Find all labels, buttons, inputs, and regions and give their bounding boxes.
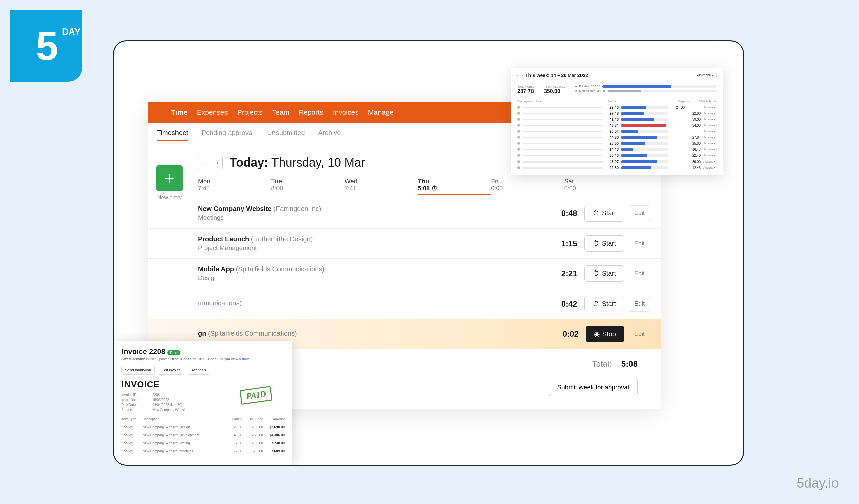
nav-manage[interactable]: Manage xyxy=(368,108,394,116)
hours-value: 22.80 xyxy=(605,166,619,170)
add-entry-button[interactable]: + xyxy=(156,165,183,191)
edit-button[interactable]: Edit xyxy=(628,205,651,221)
hours-bar xyxy=(621,130,668,133)
edit-button[interactable]: Edit xyxy=(628,236,651,251)
row-actions-menu[interactable]: Actions ▾ xyxy=(703,154,717,157)
invoice-actions-menu[interactable]: Actions ▾ xyxy=(187,366,210,375)
start-button[interactable]: ⏱Start xyxy=(584,235,624,252)
screenshot-frame: Time Expenses Projects Team Reports Invo… xyxy=(113,40,744,466)
prev-week-button[interactable]: ‹ xyxy=(517,73,519,78)
team-capacity-value: 350.00 xyxy=(544,89,566,95)
day-mon[interactable]: Mon7:45 xyxy=(198,178,271,195)
meta-label: Subject xyxy=(121,408,148,412)
entry-duration: 2:21 xyxy=(547,269,577,279)
nav-time[interactable]: Time xyxy=(171,108,187,116)
week-label: This week: 14 – 20 Mar 2022 xyxy=(526,73,588,78)
employee-name-placeholder xyxy=(523,149,603,151)
edit-button[interactable]: Edit xyxy=(628,326,651,342)
row-actions-menu[interactable]: Actions ▾ xyxy=(703,160,717,163)
day-thu[interactable]: Thu5:08 ⏱ xyxy=(418,178,491,195)
edit-button[interactable]: Edit xyxy=(628,266,651,282)
invoice-line: ServiceNew Company Website: Meetings12.0… xyxy=(121,447,285,455)
row-actions-menu[interactable]: Actions ▾ xyxy=(703,130,717,133)
send-thankyou-button[interactable]: Send thank-you xyxy=(121,366,155,375)
report-menu-button[interactable]: Sub-menu ▾ xyxy=(693,72,717,78)
clock-icon: ⏱ xyxy=(432,185,438,192)
edit-invoice-button[interactable]: Edit invoice xyxy=(158,366,184,375)
row-actions-menu[interactable]: Actions ▾ xyxy=(703,124,717,127)
entry-duration: 0:42 xyxy=(547,299,577,309)
clock-icon: ⏱ xyxy=(592,300,599,308)
avatar-icon xyxy=(517,154,520,157)
employee-row: 27.48 22.00 Actions ▾ xyxy=(517,110,717,116)
employee-row: 22.80 12.45 Actions ▾ xyxy=(517,164,717,171)
stop-button[interactable]: ◉Stop xyxy=(586,326,624,343)
day-sat[interactable]: Sat0:00 xyxy=(564,178,637,195)
billable-value: 16.47 xyxy=(687,148,700,152)
employee-name-placeholder xyxy=(523,155,603,157)
logo-day: DAY xyxy=(62,27,80,37)
row-actions-menu[interactable]: Actions ▾ xyxy=(703,106,717,109)
start-button[interactable]: ⏱Start xyxy=(584,205,624,221)
clock-icon: ⏱ xyxy=(592,240,599,247)
capacity-value: 24.00 xyxy=(671,106,684,109)
avatar-icon xyxy=(517,130,520,133)
hours-value: 14.43 xyxy=(605,147,619,152)
employee-name-placeholder xyxy=(523,107,603,108)
hours-bar xyxy=(621,124,668,127)
day-fri[interactable]: Fri0:00 xyxy=(491,178,564,195)
hours-value: 28.50 xyxy=(605,141,619,145)
nav-projects[interactable]: Projects xyxy=(237,108,263,116)
avatar-icon xyxy=(517,160,520,163)
today-label: Today: xyxy=(229,156,268,169)
time-entry: Product Launch (Rotherhithe Design)Proje… xyxy=(148,228,661,258)
subnav-archive[interactable]: Archive xyxy=(318,129,341,141)
time-entry: New Company Website (Farringdon Inc)Meet… xyxy=(148,198,661,228)
start-button[interactable]: ⏱Start xyxy=(584,296,624,312)
row-actions-menu[interactable]: Actions ▾ xyxy=(703,112,717,115)
employee-table: Employees (10) ▾HoursCapacityBillable ho… xyxy=(517,98,717,171)
avatar-icon xyxy=(517,142,520,145)
avatar-icon xyxy=(517,136,520,139)
invoice-line: ServiceNew Company Website: Development4… xyxy=(121,431,285,439)
hours-bar xyxy=(621,148,668,151)
subnav-timesheet[interactable]: Timesheet xyxy=(157,129,188,141)
submit-week-button[interactable]: Submit week for approval xyxy=(549,379,637,396)
subnav-unsubmitted[interactable]: Unsubmitted xyxy=(267,129,305,141)
hours-bar xyxy=(621,160,668,163)
nav-team[interactable]: Team xyxy=(272,108,289,116)
avatar-icon xyxy=(517,148,520,151)
meta-value: 14/04/2022 (Net 30) xyxy=(152,403,285,407)
employee-name-placeholder xyxy=(523,161,603,162)
total-label: Total: xyxy=(592,359,612,368)
nav-reports[interactable]: Reports xyxy=(299,108,323,116)
employee-row: 41.43 39.00 Actions ▾ xyxy=(517,116,717,122)
employee-row: 28.50 25.80 Actions ▾ xyxy=(517,140,717,146)
row-actions-menu[interactable]: Actions ▾ xyxy=(703,117,717,121)
billable-value: 22.40 xyxy=(687,154,700,157)
nav-invoices[interactable]: Invoices xyxy=(333,108,359,116)
meta-label: Issue Date xyxy=(121,398,148,402)
day-tue[interactable]: Tue8:00 xyxy=(271,178,344,195)
view-history-link[interactable]: View history xyxy=(230,357,248,361)
row-actions-menu[interactable]: Actions ▾ xyxy=(703,148,717,151)
row-actions-menu[interactable]: Actions ▾ xyxy=(703,142,717,145)
next-week-button[interactable]: › xyxy=(522,73,523,78)
next-day-button[interactable]: → xyxy=(210,157,223,169)
employee-name-placeholder xyxy=(523,167,603,169)
billable-value: 12.45 xyxy=(687,166,700,170)
row-actions-menu[interactable]: Actions ▾ xyxy=(703,166,717,169)
start-button[interactable]: ⏱Start xyxy=(584,265,624,282)
hours-value: 43.84 xyxy=(605,123,619,127)
clock-icon: ⏱ xyxy=(592,270,599,278)
day-wed[interactable]: Wed7:41 xyxy=(345,178,418,195)
total-value: 5:08 xyxy=(621,359,637,368)
nav-expenses[interactable]: Expenses xyxy=(197,108,228,116)
billable-value: 34.00 xyxy=(687,124,700,127)
subnav-pending[interactable]: Pending approval xyxy=(202,129,254,141)
edit-button[interactable]: Edit xyxy=(628,296,651,312)
prev-day-button[interactable]: ← xyxy=(198,157,210,169)
row-actions-menu[interactable]: Actions ▾ xyxy=(703,136,717,139)
employee-row: 20.04 Actions ▾ xyxy=(517,128,717,135)
hours-value: 43.97 xyxy=(605,159,619,163)
